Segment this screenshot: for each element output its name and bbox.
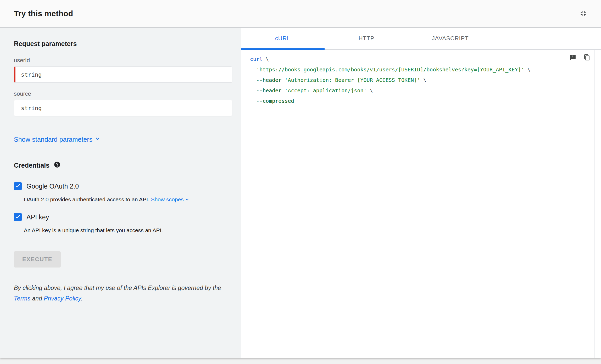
field-label-userid: userId [14, 57, 232, 64]
code-panel: cURL HTTP JAVASCRIPT [241, 28, 601, 358]
apikey-checkbox-row[interactable]: API key [14, 213, 232, 221]
credentials-heading: Credentials [14, 161, 49, 169]
oauth-description-text: OAuth 2.0 provides authenticated access … [24, 196, 149, 202]
chevron-down-small-icon [184, 196, 190, 203]
disclaimer-before: By clicking above, I agree that my use o… [14, 285, 221, 291]
oauth-checkbox[interactable] [14, 182, 22, 190]
dialog-title: Try this method [14, 9, 73, 18]
fullscreen-exit-icon [579, 9, 587, 18]
oauth-checkbox-label: Google OAuth 2.0 [26, 183, 79, 190]
dialog-header: Try this method [0, 0, 601, 28]
chevron-down-icon [94, 135, 101, 144]
terms-link[interactable]: Terms [14, 295, 30, 302]
apikey-checkbox[interactable] [14, 213, 22, 221]
privacy-policy-link[interactable]: Privacy Policy [44, 295, 81, 302]
apikey-description: An API key is a unique string that lets … [14, 227, 232, 234]
tab-javascript[interactable]: JAVASCRIPT [408, 28, 492, 49]
tab-curl[interactable]: cURL [241, 28, 325, 49]
show-scopes-link[interactable]: Show scopes [151, 196, 190, 203]
request-panel: Request parameters userId source Show st… [0, 28, 241, 358]
userid-input[interactable] [14, 66, 232, 83]
show-standard-parameters-label: Show standard parameters [14, 136, 92, 143]
field-label-source: source [14, 90, 232, 97]
feedback-button[interactable] [569, 54, 577, 62]
code-area: curl \ 'https://books.googleapis.com/boo… [247, 50, 595, 358]
tab-http[interactable]: HTTP [325, 28, 408, 49]
show-scopes-label: Show scopes [151, 196, 184, 203]
copy-icon [584, 54, 590, 61]
try-this-method-dialog: Try this method Request parameters userI… [0, 0, 601, 358]
oauth-checkbox-row[interactable]: Google OAuth 2.0 [14, 182, 232, 190]
copy-button[interactable] [583, 54, 591, 62]
disclaimer-middle: and [30, 295, 44, 302]
show-standard-parameters-link[interactable]: Show standard parameters [14, 135, 101, 144]
check-icon [15, 183, 21, 190]
fullscreen-exit-button[interactable] [577, 7, 589, 20]
request-parameters-heading: Request parameters [14, 40, 232, 48]
check-icon [15, 213, 21, 221]
code-tab-bar: cURL HTTP JAVASCRIPT [241, 28, 601, 50]
code-block: curl \ 'https://books.googleapis.com/boo… [250, 54, 563, 106]
disclaimer-after: . [81, 295, 82, 302]
execute-button[interactable]: EXECUTE [14, 251, 61, 268]
oauth-description: OAuth 2.0 provides authenticated access … [14, 196, 232, 203]
apikey-checkbox-label: API key [26, 213, 49, 221]
feedback-icon [570, 54, 576, 61]
help-icon[interactable] [54, 161, 61, 169]
source-input[interactable] [14, 100, 232, 116]
disclaimer-text: By clicking above, I agree that my use o… [14, 283, 231, 304]
